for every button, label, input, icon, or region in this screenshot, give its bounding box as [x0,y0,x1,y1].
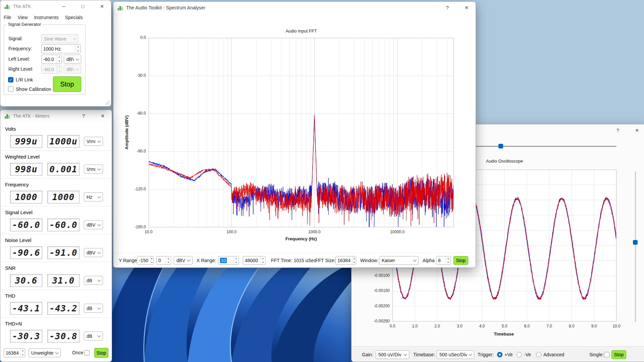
spinner-arrows[interactable]: ▴▾ [57,65,62,73]
spinner-arrows[interactable]: ▴▾ [166,256,171,264]
x-max-input[interactable]: 48000 ▴▾ [243,256,266,265]
meter-unit-select[interactable]: dB [84,331,103,341]
help-icon[interactable]: ? [610,125,626,136]
maximize-icon[interactable]: □ [75,1,91,12]
resize-grip[interactable] [105,100,109,105]
lr-link-checkbox[interactable]: ✓ [8,77,13,82]
osc-ytick-label: -0.00100 [366,273,390,278]
osc-vertical-slider-handle[interactable] [633,240,638,245]
once-checkbox[interactable] [84,350,90,356]
spectrum-titlebar[interactable]: The Audio Toolkit - Spectrum Analyser ? … [113,2,476,14]
menu-file[interactable]: File [4,15,11,20]
meter-unit-select[interactable]: Vrms [84,165,103,174]
timebase-select[interactable]: 500 uSec/Div [437,350,474,359]
atk-titlebar[interactable]: The ATK ─ □ ✕ [0,0,111,12]
spinner-arrows[interactable]: ▴▾ [445,256,450,264]
osc-horizontal-slider-handle[interactable] [498,144,503,148]
left-level-unit-select[interactable]: dBV [64,55,81,64]
app-icon [117,5,123,11]
gain-select[interactable]: 500 uV/Div [376,350,409,359]
meter-unit-select[interactable]: dB [84,304,103,313]
meter-unit-value: dBV [87,250,95,255]
y-min-input[interactable]: -150 ▴▾ [137,256,154,265]
spin-up-icon[interactable]: ▴ [76,45,80,49]
window-fn-select[interactable]: Kaiser [379,256,419,265]
x-min-input[interactable]: 10 ▴▾ [218,256,239,265]
meter-unit-select[interactable]: Hz [84,192,103,201]
menu-bar: File View Instruments Specials [0,13,111,22]
frequency-input[interactable]: 1000 Hz ▴▾ [41,44,81,53]
right-level-input[interactable]: -60.0 ▴▾ [41,65,62,74]
close-icon[interactable]: ✕ [629,125,644,136]
meter-unit-select[interactable]: Vrms [84,137,103,146]
trigger-advanced-radio[interactable] [536,352,541,357]
meters-stop-button[interactable]: Stop [94,348,108,358]
menu-instruments[interactable]: Instruments [34,15,59,20]
close-icon[interactable]: ✕ [95,111,110,121]
spin-down-icon[interactable]: ▾ [21,353,25,357]
signal-value: Sine Wave [44,36,66,42]
chevron-down-icon [413,258,417,262]
spin-down-icon[interactable]: ▾ [150,260,153,264]
meter-label-noise-level: Noise Level [5,237,31,243]
meters-fft-size-input[interactable]: 16384 ▴▾ [4,348,25,357]
spin-up-icon[interactable]: ▴ [446,256,450,260]
menu-view[interactable]: View [18,15,28,20]
meter-label-frequency: Frequency [5,182,29,188]
help-icon[interactable]: ? [440,3,455,13]
spin-up-icon[interactable]: ▴ [261,256,265,260]
spin-up-icon[interactable]: ▴ [57,55,62,59]
menu-specials[interactable]: Specials [65,15,83,20]
help-icon[interactable]: ? [76,111,91,121]
meter-unit-select[interactable]: dBV [84,220,103,229]
meter-unit-select[interactable]: dBV [84,248,103,257]
spin-down-icon[interactable]: ▾ [57,69,62,74]
spin-up-icon[interactable]: ▴ [57,65,62,69]
spinner-arrows[interactable]: ▴▾ [150,256,153,264]
minimize-icon[interactable]: ─ [56,1,71,12]
chevron-down-icon [98,139,101,142]
spinner-arrows[interactable]: ▴▾ [260,256,265,264]
close-icon[interactable]: ✕ [94,1,110,12]
fft-size-input[interactable]: 16384 ▴▾ [335,256,356,265]
spin-down-icon[interactable]: ▾ [446,260,450,264]
meter-unit-select[interactable]: dB [84,276,103,285]
spin-up-icon[interactable]: ▴ [21,349,25,353]
spin-down-icon[interactable]: ▾ [261,260,265,264]
spin-up-icon[interactable]: ▴ [166,256,171,260]
signal-select[interactable]: Sine Wave [41,34,78,43]
left-level-input[interactable]: -60.0 ▴▾ [41,55,62,64]
alpha-input[interactable]: 8 ▴▾ [436,256,451,265]
spinner-arrows[interactable]: ▴▾ [352,256,356,264]
osc-vertical-slider-track[interactable] [635,171,636,322]
close-icon[interactable]: ✕ [459,3,474,13]
chevron-down-icon [404,353,407,356]
left-level-label: Left Level: [8,55,30,64]
single-checkbox[interactable] [604,352,609,357]
meter-display: 1000 [10,191,42,203]
trigger-negative-radio[interactable] [517,352,522,357]
trigger-positive-radio[interactable] [497,352,502,357]
spectrum-stop-button[interactable]: Stop [453,256,468,265]
spin-down-icon[interactable]: ▾ [353,260,356,264]
show-calibration-checkbox[interactable] [8,86,13,92]
spin-up-icon[interactable]: ▴ [150,256,153,260]
x-max-value: 48000 [243,256,260,264]
y-max-input[interactable]: 0 ▴▾ [156,256,171,265]
spinner-arrows[interactable]: ▴▾ [20,349,25,357]
meters-titlebar[interactable]: The ATK - Meters ? ✕ [0,110,112,122]
spin-down-icon[interactable]: ▾ [76,49,80,53]
spin-down-icon[interactable]: ▾ [57,59,62,64]
osc-stop-button[interactable]: Stop [611,350,626,359]
spinner-arrows[interactable]: ▴▾ [57,55,62,63]
spin-up-icon[interactable]: ▴ [234,256,238,260]
spin-up-icon[interactable]: ▴ [353,256,356,260]
generator-stop-button[interactable]: Stop [53,76,81,92]
spinner-arrows[interactable]: ▴▾ [75,45,80,53]
spinner-arrows[interactable]: ▴▾ [233,256,238,264]
right-level-unit-select[interactable]: dBV [64,65,81,74]
y-unit-select[interactable]: dBV [174,256,193,265]
spin-down-icon[interactable]: ▾ [234,260,238,264]
spin-down-icon[interactable]: ▾ [166,260,171,264]
weighting-select[interactable]: Unweighted [29,348,61,357]
